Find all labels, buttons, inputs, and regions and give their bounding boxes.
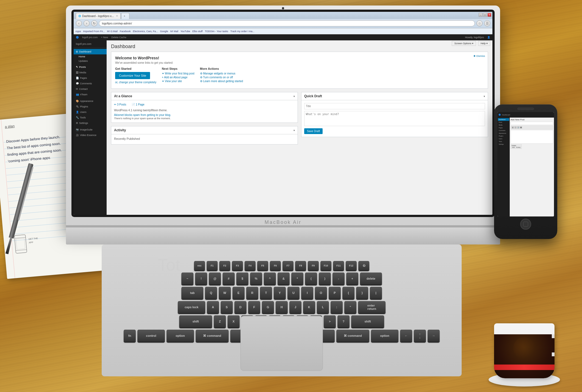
iphone-image-btn[interactable]: 🖼	[520, 126, 522, 129]
sidebar-item-users[interactable]: 👤 Users	[74, 109, 107, 115]
forward-button[interactable]: ›	[84, 20, 90, 26]
bookmark-mail[interactable]: M! Mail	[170, 30, 178, 33]
key-caps[interactable]: caps lock	[178, 301, 205, 313]
refresh-button[interactable]: ↻	[91, 20, 97, 26]
iphone-italic-btn[interactable]: I	[514, 126, 517, 129]
iphone-content-field[interactable]	[511, 130, 553, 144]
key-option-right[interactable]: option	[371, 330, 398, 342]
key-f2[interactable]: F2	[219, 261, 230, 270]
posts-count[interactable]: ✏ 3 Posts	[114, 103, 126, 106]
key-6[interactable]: ^	[264, 273, 276, 285]
activity-toggle[interactable]: ▾	[293, 129, 295, 132]
iphone-sidebar-settings[interactable]: Settings	[498, 143, 509, 146]
key-1[interactable]: !	[195, 273, 207, 285]
sidebar-subitem-updates[interactable]: Updates	[74, 59, 107, 63]
add-about-link[interactable]: + Add an About page	[162, 76, 194, 79]
key-t[interactable]: T	[260, 287, 272, 299]
sidebar-item-plugins[interactable]: 🔌 Plugins	[74, 104, 107, 109]
new-post-link[interactable]: + New	[101, 36, 108, 39]
key-k[interactable]: K	[303, 301, 315, 313]
close-button[interactable]: ✕	[487, 13, 491, 17]
browser-tab-active[interactable]: 🌐 Dashboard - logofi/pro x... ✕	[76, 13, 121, 19]
iphone-sidebar-plugins[interactable]: Plugins	[498, 135, 509, 137]
iphone-sidebar-pages[interactable]: Pages	[498, 126, 509, 129]
save-draft-button[interactable]: Save Draft	[304, 128, 323, 134]
key-command-right[interactable]: ⌘ command	[336, 330, 369, 342]
key-i[interactable]: I	[301, 287, 313, 299]
sidebar-item-contact[interactable]: ✉ Contact	[74, 86, 107, 92]
key-r[interactable]: R	[246, 287, 258, 299]
key-f3[interactable]: F3	[232, 261, 243, 270]
iphone-sidebar-users[interactable]: Users	[498, 137, 509, 140]
star-button[interactable]: ☆	[476, 20, 483, 26]
key-f10[interactable]: F10	[320, 261, 331, 270]
key-option-left[interactable]: option	[167, 330, 194, 342]
key-g[interactable]: G	[262, 301, 274, 313]
iphone-sidebar-media[interactable]: Media	[498, 124, 509, 126]
key-esc[interactable]: esc	[194, 261, 205, 270]
key-h[interactable]: H	[276, 301, 288, 313]
change-theme-link[interactable]: or, change your theme completely	[115, 81, 156, 84]
key-l[interactable]: L	[317, 301, 329, 313]
sidebar-item-comments[interactable]: 💬 Comments	[74, 81, 107, 86]
draft-title-input[interactable]	[304, 103, 485, 109]
key-fn[interactable]: fn	[124, 330, 136, 342]
key-f[interactable]: F	[248, 301, 260, 313]
at-glance-toggle[interactable]: ▾	[293, 95, 295, 98]
key-u[interactable]: U	[287, 287, 300, 299]
key-enter[interactable]: enterreturn	[358, 301, 386, 313]
bookmark-google[interactable]: Google	[160, 30, 168, 33]
trackpad[interactable]	[240, 316, 323, 371]
write-post-link[interactable]: ✦ Write your first blog post	[162, 72, 194, 75]
key-9[interactable]: (	[305, 273, 317, 285]
key-f4[interactable]: F4	[245, 261, 256, 270]
key-f1[interactable]: F1	[207, 261, 218, 270]
bookmark-imported[interactable]: Imported From Fir...	[83, 30, 105, 33]
key-gt[interactable]: >	[324, 315, 336, 327]
key-o[interactable]: O	[315, 287, 327, 299]
maximize-button[interactable]: □	[483, 13, 487, 17]
bookmark-track[interactable]: Track my order I ma...	[230, 30, 254, 33]
dismiss-button[interactable]: ✱ Dismiss	[473, 55, 485, 57]
customize-site-button[interactable]: Customize Your Site	[115, 72, 150, 79]
key-slash[interactable]: ?	[337, 315, 350, 327]
menu-button[interactable]: ☰	[484, 20, 490, 26]
bookmark-todo[interactable]: TODOim - Your tasks	[205, 30, 228, 33]
key-a[interactable]: A	[207, 301, 219, 313]
bookmark-youtube[interactable]: YouTube	[181, 30, 190, 33]
key-7[interactable]: &	[278, 273, 290, 285]
key-8[interactable]: *	[291, 273, 303, 285]
bookmark-gmail[interactable]: M! G:Mail	[107, 30, 118, 33]
iphone-sidebar-posts[interactable]: Posts	[498, 121, 509, 124]
sidebar-item-settings[interactable]: ⚙ Settings	[74, 120, 107, 126]
key-q[interactable]: Q	[205, 287, 217, 299]
sidebar-item-dashboard[interactable]: ⊞ Dashboard	[74, 49, 107, 54]
key-f6[interactable]: F6	[270, 261, 281, 270]
sidebar-item-appearance[interactable]: 🎨 Appearance	[74, 98, 107, 104]
help-button[interactable]: Help ▾	[478, 41, 490, 46]
key-shift-right[interactable]: shift	[351, 315, 384, 327]
key-f11[interactable]: F11	[333, 261, 344, 270]
iphone-sidebar-tools[interactable]: Tools	[498, 140, 509, 143]
manage-widgets-link[interactable]: ⚙ Manage widgets or menus	[200, 72, 243, 75]
key-control[interactable]: control	[137, 330, 165, 342]
key-p[interactable]: P	[329, 287, 341, 299]
key-shift-left[interactable]: shift	[179, 315, 212, 327]
key-tab[interactable]: tab	[181, 287, 203, 299]
key-rbracket[interactable]: }	[356, 287, 368, 299]
key-power[interactable]: ⏻	[358, 261, 369, 270]
iphone-sidebar-dashboard[interactable]: Dashboard	[498, 118, 509, 121]
sidebar-item-media[interactable]: 🖼 Media	[74, 70, 107, 75]
key-4[interactable]: $	[236, 273, 248, 285]
key-x[interactable]: X	[228, 315, 240, 327]
back-button[interactable]: ‹	[76, 20, 82, 26]
wp-logo[interactable]: 🔵	[76, 36, 79, 39]
key-backslash[interactable]: |	[370, 287, 382, 299]
key-3[interactable]: #	[223, 273, 235, 285]
key-d[interactable]: D	[234, 301, 246, 313]
iphone-link-btn[interactable]: 🔗	[517, 126, 519, 129]
key-arrow-right[interactable]: →	[428, 330, 440, 342]
iphone-title-field[interactable]	[511, 122, 553, 125]
bookmark-facebook[interactable]: Facebook	[120, 30, 131, 33]
toggle-comments-link[interactable]: ⚙ Turn comments on or off	[200, 76, 243, 79]
